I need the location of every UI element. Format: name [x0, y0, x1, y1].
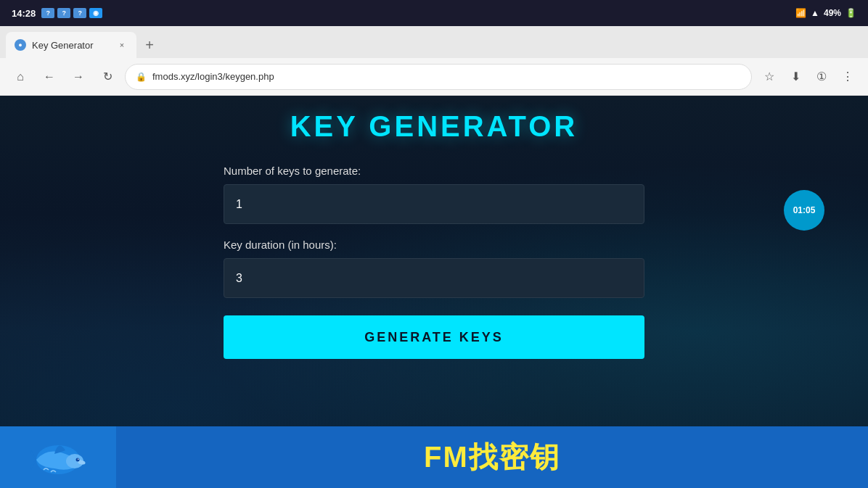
bottom-banner: FM找密钥 — [0, 426, 868, 488]
home-button[interactable]: ⌂ — [9, 65, 32, 88]
nav-actions: ☆ ⬇ ① ⋮ — [758, 65, 859, 88]
banner-text-area: FM找密钥 — [116, 426, 868, 488]
security-icon: 🔒 — [136, 72, 147, 82]
status-time: 14:28 — [12, 8, 36, 19]
back-button[interactable]: ← — [38, 65, 61, 88]
address-bar[interactable]: 🔒 fmods.xyz/login3/keygen.php — [125, 64, 752, 90]
page-title: KEY GENERATOR — [290, 110, 578, 143]
active-tab[interactable]: ● Key Generator × — [6, 32, 136, 58]
app-icon-3: ? — [73, 8, 86, 18]
svg-point-2 — [76, 458, 80, 461]
url-text: fmods.xyz/login3/keygen.php — [152, 71, 741, 82]
refresh-button[interactable]: ↻ — [96, 65, 119, 88]
duration-input[interactable] — [224, 258, 644, 298]
tab-close-button[interactable]: × — [116, 39, 128, 51]
bookmark-button[interactable]: ☆ — [758, 65, 781, 88]
signal-icon: ▲ — [811, 8, 819, 18]
status-bar: 14:28 ? ? ? ◉ 📶 ▲ 49% 🔋 — [0, 0, 868, 26]
status-bar-left: 14:28 ? ? ? ◉ — [12, 8, 102, 19]
menu-button[interactable]: ⋮ — [836, 65, 859, 88]
account-button[interactable]: ① — [810, 65, 833, 88]
app-icon-4: ◉ — [89, 8, 102, 18]
wifi-icon: 📶 — [795, 8, 806, 18]
banner-logo — [0, 426, 116, 488]
tab-title: Key Generator — [32, 40, 94, 51]
battery-percent: 49% — [824, 8, 841, 18]
status-bar-right: 📶 ▲ 49% 🔋 — [795, 8, 856, 18]
keys-label: Number of keys to generate: — [224, 165, 644, 177]
tab-bar: ● Key Generator × + — [0, 26, 868, 58]
app-icon-2: ? — [57, 8, 70, 18]
banner-text: FM找密钥 — [424, 437, 560, 477]
keys-form-group: Number of keys to generate: — [224, 165, 644, 224]
app-icon-1: ? — [41, 8, 54, 18]
svg-point-3 — [78, 458, 79, 460]
generate-keys-button[interactable]: GENERATE KEYS — [224, 315, 644, 359]
tab-favicon: ● — [15, 39, 26, 51]
timer-bubble: 01:05 — [784, 190, 824, 231]
keys-input[interactable] — [224, 184, 644, 224]
download-button[interactable]: ⬇ — [784, 65, 807, 88]
app-icons: ? ? ? ◉ — [41, 8, 102, 18]
duration-form-group: Key duration (in hours): — [224, 239, 644, 298]
new-tab-button[interactable]: + — [136, 32, 163, 58]
nav-bar: ⌂ ← → ↻ 🔒 fmods.xyz/login3/keygen.php ☆ … — [0, 58, 868, 96]
duration-label: Key duration (in hours): — [224, 239, 644, 251]
webpage: KEY GENERATOR Number of keys to generate… — [0, 96, 868, 488]
form-container: Number of keys to generate: Key duration… — [224, 165, 644, 359]
forward-button[interactable]: → — [67, 65, 90, 88]
battery-icon: 🔋 — [846, 8, 856, 18]
content-wrapper: KEY GENERATOR Number of keys to generate… — [0, 96, 868, 488]
logo-svg — [25, 432, 91, 483]
